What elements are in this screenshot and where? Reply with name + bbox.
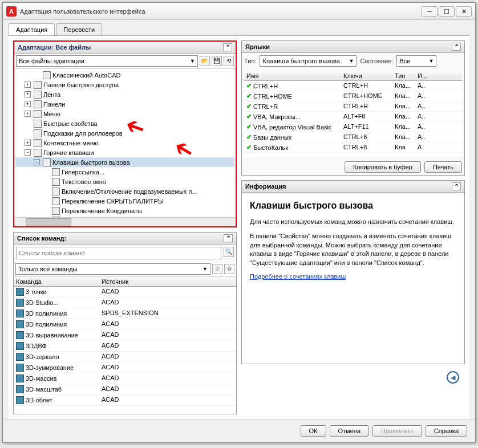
tree-item[interactable]: +Лента [15, 89, 234, 99]
adaptation-files-dropdown[interactable]: Все файлы адаптации ▼ [16, 55, 198, 67]
expand-icon[interactable]: - [34, 159, 40, 165]
print-button[interactable]: Печать [424, 161, 462, 173]
expand-icon[interactable]: + [25, 82, 31, 88]
table-row[interactable]: 3D-выравниваниеACAD [14, 330, 236, 341]
command-icon [16, 320, 24, 328]
dialog-footer: ОК Отмена Применить Справка [3, 419, 475, 442]
ok-button[interactable]: ОК [301, 425, 326, 437]
expand-icon[interactable]: - [25, 149, 31, 156]
command-filter-dropdown[interactable]: Только все команды ▼ [15, 263, 210, 275]
tree-item[interactable]: +Панели быстрого доступа [15, 80, 234, 89]
adaptations-tree[interactable]: Классический AutoCAD+Панели быстрого дос… [14, 69, 236, 217]
info-link[interactable]: Подробнее о сочетаниях клавиш [250, 273, 346, 280]
shortcuts-table[interactable]: Имя Ключи Тип И... ✔CTRL+HCTRL+HКла...A.… [244, 71, 462, 157]
chevron-down-icon: ▼ [202, 266, 208, 272]
tab-adaptation[interactable]: Адаптация [9, 23, 55, 35]
back-button[interactable]: ◀ [447, 371, 459, 384]
tree-item[interactable]: -Горячие клавиши [15, 148, 234, 157]
expand-icon[interactable]: + [25, 101, 31, 107]
apply-button[interactable]: Применить [372, 425, 422, 437]
tree-icon [34, 91, 42, 99]
table-header: Имя Ключи Тип И... [244, 71, 462, 81]
tree-item[interactable]: -Клавиши быстрого вызова [15, 157, 234, 167]
shortcut-type: Кла... [392, 91, 415, 101]
collapse-icon[interactable]: ⌃ [452, 182, 461, 190]
command-source: ACAD [99, 363, 236, 373]
collapse-icon[interactable]: ⌃ [224, 234, 233, 242]
table-row[interactable]: ✔VBA, Макросы...ALT+F8Кла...A.. [244, 112, 462, 122]
check-icon: ✔ [246, 82, 252, 89]
command-icon [16, 364, 24, 372]
tree-item[interactable]: Переключение Координаты [15, 206, 234, 215]
command-source: ACAD [99, 319, 236, 329]
tree-item[interactable]: Включение/Отключение подразумеваемых п..… [15, 186, 234, 196]
command-name: 3 точки [26, 288, 47, 295]
tree-item[interactable]: +Контекстные меню [15, 138, 234, 148]
table-row[interactable]: 3D Studio...ACAD [14, 298, 236, 308]
close-button[interactable]: ✕ [456, 6, 472, 17]
table-row[interactable]: 3D-массивACAD [14, 373, 236, 384]
search-icon[interactable]: 🔍 [224, 247, 234, 257]
info-header: Информация ⌃ [242, 181, 464, 193]
col-command[interactable]: Команда [14, 277, 99, 286]
sync-icon[interactable]: ⟲ [224, 56, 234, 66]
expand-icon[interactable]: + [25, 140, 31, 146]
command-name: 3D полилиния [26, 321, 67, 328]
info-panel: Информация ⌃ Клавиши быстрого вызова Для… [241, 180, 465, 364]
command-icon [16, 288, 24, 296]
scrollbar-thumb[interactable] [26, 218, 71, 226]
tree-item[interactable]: Подсказки для ролловеров [15, 128, 234, 138]
command-search-input[interactable] [16, 247, 221, 259]
table-row[interactable]: 3DДВФACAD [14, 341, 236, 352]
tree-item[interactable]: Гиперссылка... [15, 167, 234, 177]
tree-item[interactable]: Быстрые свойства [15, 119, 234, 128]
table-row[interactable]: 3D-зумированиеACAD [14, 363, 236, 373]
tree-item[interactable]: +Меню [15, 109, 234, 119]
command-name: 3D-масштаб [26, 386, 62, 393]
save-icon[interactable]: 💾 [212, 56, 222, 66]
table-row[interactable]: ✔CTRL+HOMECTRL+HOMEКла...A.. [244, 91, 462, 101]
tab-translate[interactable]: Перевести [56, 23, 102, 35]
col-type[interactable]: Тип [392, 71, 415, 80]
table-row[interactable]: 3D-зеркалоACAD [14, 352, 236, 363]
table-row[interactable]: ✔VBA, редактор Visual BasicALT+F11Кла...… [244, 122, 462, 132]
table-row[interactable]: ✔CTRL+HCTRL+HКла...A.. [244, 81, 462, 91]
type-dropdown[interactable]: Клавиши быстрого вызова ▼ [260, 55, 357, 67]
shortcuts-header: Ярлыки ⌃ [242, 41, 464, 53]
star-add-icon[interactable]: ✩ [224, 264, 234, 274]
state-dropdown[interactable]: Все ▼ [396, 55, 436, 67]
table-header: Команда Источник [14, 277, 236, 287]
col-src[interactable]: И... [415, 71, 432, 80]
col-name[interactable]: Имя [244, 71, 341, 80]
maximize-button[interactable]: ☐ [439, 6, 455, 17]
collapse-icon[interactable]: ⌃ [452, 43, 461, 51]
tree-item[interactable]: +Панели [15, 99, 234, 109]
collapse-icon[interactable]: ⌃ [223, 43, 232, 51]
tree-item[interactable]: Переключение СКРЫТЬПАЛИТРЫ [15, 196, 234, 206]
tree-icon [34, 110, 42, 118]
table-row[interactable]: 3D-масштабACAD [14, 384, 236, 395]
tree-item[interactable]: Текстовое окно [15, 177, 234, 186]
command-icon [16, 353, 24, 361]
cancel-button[interactable]: Отмена [330, 425, 369, 437]
expand-icon[interactable]: + [25, 111, 31, 117]
help-button[interactable]: Справка [426, 425, 467, 437]
col-source[interactable]: Источник [99, 277, 236, 286]
expand-icon[interactable]: + [25, 91, 31, 97]
copy-buffer-button[interactable]: Копировать в буфер [345, 161, 421, 173]
minimize-button[interactable]: ─ [422, 6, 438, 17]
horizontal-scrollbar[interactable] [14, 217, 236, 226]
shortcut-keys: ALT+F11 [341, 122, 392, 132]
open-icon[interactable]: 📂 [200, 56, 210, 66]
table-row[interactable]: ✔БыстоКалькCTRL+8КлаA [244, 142, 462, 153]
table-row[interactable]: ✔Базы данныхCTRL+6Кла...A.. [244, 132, 462, 142]
tree-item[interactable]: Классический AutoCAD [15, 70, 234, 80]
table-row[interactable]: 3D полилинияSPDS_EXTENSION [14, 308, 236, 319]
table-row[interactable]: 3D полилинияACAD [14, 319, 236, 330]
star-filter-icon[interactable]: ☆ [212, 264, 222, 274]
table-row[interactable]: 3D-облетACAD [14, 395, 236, 406]
table-row[interactable]: 3 точкиACAD [14, 287, 236, 298]
commands-table[interactable]: Команда Источник 3 точкиACAD3D Studio...… [14, 277, 236, 414]
col-keys[interactable]: Ключи [341, 71, 392, 80]
table-row[interactable]: ✔CTRL+RCTRL+RКла...A.. [244, 101, 462, 112]
